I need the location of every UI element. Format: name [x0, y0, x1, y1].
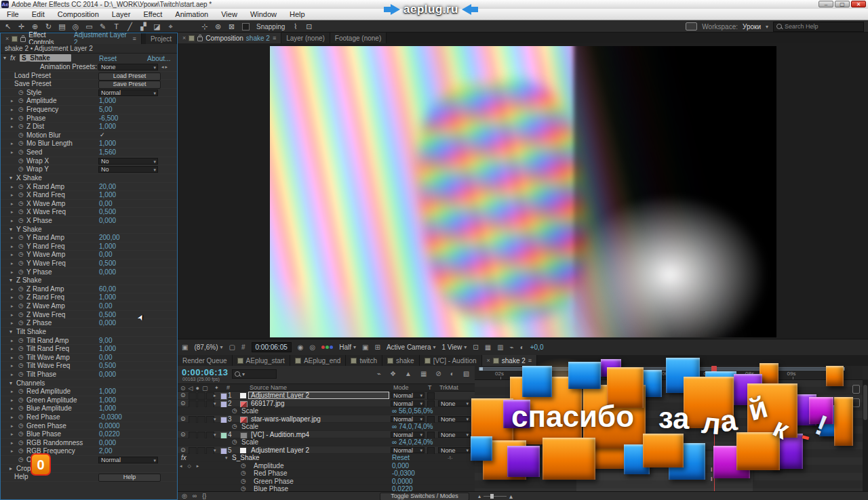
switch-cell[interactable] [189, 432, 197, 439]
stopwatch-icon[interactable]: ◷ [18, 183, 24, 191]
param-value[interactable]: 1,000 [99, 191, 116, 199]
effect-row-channels[interactable]: ▾Channels [1, 379, 177, 388]
mode-select[interactable]: Normal▾ [391, 447, 425, 453]
eye-icon[interactable]: ⊙ [180, 392, 186, 400]
expand-arrow-icon[interactable]: ▸ [11, 413, 14, 421]
effect-row-red-phase[interactable]: ▸◷Red Phase-0,0300 [1, 413, 177, 422]
param-button[interactable]: Help [98, 474, 161, 482]
mode-select[interactable]: Normal▾ [391, 400, 425, 407]
stopwatch-icon[interactable]: ◷ [18, 97, 24, 105]
stopwatch-icon[interactable]: ◷ [18, 191, 24, 199]
param-dropdown[interactable]: Normal▾ [98, 89, 158, 96]
menu-layer[interactable]: Layer [112, 10, 131, 18]
audio-icon[interactable]: ◁ [189, 385, 193, 392]
twirl-down-icon[interactable]: ▾ [3, 55, 6, 61]
effect-row-x-shake[interactable]: ▾X Shake [1, 174, 177, 183]
3d-draft-icon[interactable]: ❖ [390, 370, 396, 377]
viewer-timecode[interactable]: 0:00:06:05 [252, 342, 292, 352]
close-icon[interactable]: × [5, 35, 9, 42]
stopwatch-icon[interactable]: ◷ [18, 243, 24, 251]
stopwatch-icon[interactable]: ◷ [18, 371, 24, 379]
mode-select[interactable]: Normal▾ [391, 392, 425, 398]
effect-row-style[interactable]: ◷StyleNormal▾ [1, 89, 177, 98]
expand-arrow-icon[interactable]: ▸ [11, 422, 14, 430]
layer-row-1[interactable]: ⊙▸1Adjustment Layer 2Normal▾ [178, 392, 475, 400]
effect-name[interactable]: S_Shake [232, 454, 260, 462]
effect-row-x-rand-amp[interactable]: ▸◷X Rand Amp20,00 [1, 183, 177, 192]
mask-visibility-icon[interactable]: # [241, 343, 245, 351]
param-value[interactable]: 0,500 [99, 311, 116, 319]
param-dropdown[interactable]: No▾ [98, 158, 158, 165]
effect-row-tilt-rand-freq[interactable]: ▸◷Tilt Rand Freq1,000 [1, 345, 177, 354]
param-dropdown[interactable]: None▾ [98, 64, 158, 70]
align-icon[interactable]: ⊹ [201, 22, 208, 31]
stopwatch-icon[interactable]: ◷ [18, 302, 24, 310]
frame-blending-icon[interactable]: ∞ [193, 493, 197, 499]
snapping-checkbox[interactable] [242, 23, 250, 30]
stopwatch-icon[interactable]: ◷ [18, 268, 24, 276]
resolution-select[interactable]: Half▾ [339, 343, 356, 351]
stopwatch-icon[interactable]: ◷ [18, 208, 24, 216]
camera-tool-icon[interactable]: ▤ [58, 22, 66, 31]
param-value[interactable]: 2,00 [99, 447, 112, 455]
timeline-tab-aeplug-start[interactable]: AEplug_start [233, 355, 290, 366]
property-label[interactable]: Red Phase [254, 470, 287, 478]
param-button[interactable]: Load Preset [98, 72, 161, 81]
pen-tool-icon[interactable]: ✎ [99, 22, 106, 31]
search-help-field[interactable]: Search Help [773, 22, 864, 32]
property-value[interactable]: ∞ 24,0,24,0% [392, 438, 433, 446]
expand-arrow-icon[interactable]: ▸ [11, 293, 14, 301]
switch-cell[interactable] [189, 400, 197, 408]
stopwatch-icon[interactable]: ◷ [18, 234, 24, 242]
param-value[interactable]: 5,00 [99, 106, 112, 114]
menu-effect[interactable]: Effect [143, 10, 162, 18]
effect-row-rgb-frequency[interactable]: ▸◷RGB Frequency2,00 [1, 447, 177, 456]
property-value[interactable]: ∞ 56,0,56,0% [392, 407, 433, 415]
effect-row-y-phase[interactable]: ▸◷Y Phase0,000 [1, 268, 177, 277]
flowchart-icon[interactable]: ⌁ [510, 343, 514, 351]
layer-row-5[interactable]: ⊙▾5Adjustment Layer 2Normal▾None▾ [178, 446, 475, 455]
effect-row-y-rand-freq[interactable]: ▸◷Y Rand Freq1,000 [1, 243, 177, 251]
effect-row-tilt-phase[interactable]: ▸◷Tilt Phase0,000 [1, 371, 177, 379]
param-checkbox[interactable]: ✓ [100, 131, 105, 140]
expressions-icon[interactable]: {} [202, 493, 206, 499]
expand-arrow-icon[interactable]: ▸ [11, 191, 14, 199]
stopwatch-icon[interactable]: ◷ [18, 354, 24, 362]
work-area-end-handle[interactable] [841, 367, 844, 371]
view-layout-select[interactable]: 1 View▾ [441, 343, 467, 351]
param-value[interactable]: 0,000 [99, 319, 116, 327]
brainstorm-icon[interactable]: ▧ [463, 370, 469, 377]
switch-cell[interactable] [197, 416, 205, 423]
effect-row-y-wave-freq[interactable]: ▸◷Y Wave Freq0,500 [1, 259, 177, 268]
comp-network-icon[interactable]: ⌁ [377, 370, 381, 377]
stopwatch-icon[interactable]: ◷ [18, 217, 24, 225]
layer-color-chip[interactable] [220, 393, 227, 400]
stopwatch-icon[interactable]: ◷ [18, 388, 24, 396]
effect-row-z-shake[interactable]: ▾Z Shake [1, 276, 177, 285]
property-label[interactable]: Amplitude [254, 462, 283, 470]
switch-cell[interactable] [197, 432, 205, 439]
stopwatch-icon[interactable]: ◷ [18, 337, 24, 345]
effect-row-animation-presets-[interactable]: Animation Presets:None▾◂ ▸ [1, 63, 177, 72]
effect-row-z-phase[interactable]: ▸◷Z Phase0,000 [1, 319, 177, 328]
switch-cell[interactable] [189, 447, 197, 455]
exposure-icon[interactable]: ◐ [520, 343, 524, 351]
t-switch-cell[interactable] [427, 416, 435, 423]
hand-tool-icon[interactable]: ✛ [18, 22, 25, 31]
expand-arrow-icon[interactable]: ▸ [11, 114, 14, 123]
puppet-pin-tool-icon[interactable]: ⌖ [167, 22, 174, 31]
effect-row-z-wave-amp[interactable]: ▸◷Z Wave Amp0,00 [1, 302, 177, 311]
effect-row-z-rand-amp[interactable]: ▸◷Z Rand Amp60,00 [1, 285, 177, 294]
effect-row-tilt-rand-amp[interactable]: ▸◷Tilt Rand Amp9,00 [1, 337, 177, 346]
expand-arrow-icon[interactable]: ▸ [11, 123, 14, 131]
zoom-slider-knob[interactable] [490, 494, 494, 499]
effect-row-red-amplitude[interactable]: ▸◷Red Amplitude1,000 [1, 388, 177, 396]
expand-arrow-icon[interactable]: ▸ [11, 200, 14, 208]
timeline-tab-shake[interactable]: shake [382, 355, 420, 366]
stopwatch-icon[interactable]: ◷ [232, 407, 237, 415]
effect-row-x-rand-freq[interactable]: ▸◷X Rand Freq1,000 [1, 191, 177, 200]
expand-arrow-icon[interactable]: ▸ [11, 106, 14, 114]
twirl-icon[interactable]: ▾ [9, 276, 12, 285]
snapshot-icon[interactable]: ◉ [298, 343, 304, 351]
motion-path-icon[interactable]: ⌇ [292, 22, 299, 31]
